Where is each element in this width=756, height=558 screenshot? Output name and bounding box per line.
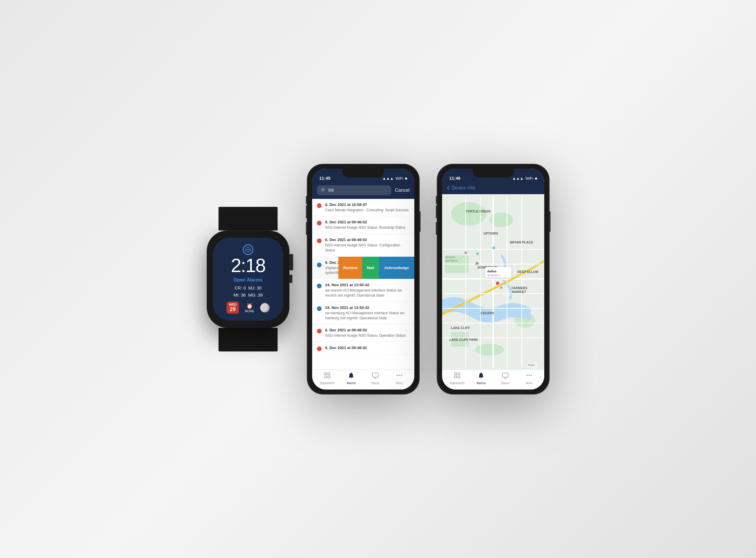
- alarm-time-6: 24. Nov 2021 at 13:50:42: [325, 305, 410, 310]
- iphone-alarms: 11:45 ▲▲▲ WiFi ■ 🔍 Int Cancel: [307, 164, 419, 394]
- map-tab-more[interactable]: More: [517, 372, 542, 385]
- svg-text:DISTRICT: DISTRICT: [445, 259, 458, 262]
- map-tab-status[interactable]: Status: [493, 372, 517, 385]
- alarm-dot-blue-6: [317, 306, 322, 311]
- svg-marker-2: [246, 249, 250, 250]
- svg-point-46: [492, 246, 495, 249]
- status-icons: ▲▲▲ WiFi ■: [383, 176, 407, 181]
- svg-rect-63: [502, 373, 508, 377]
- alarm-dot-blue-5: [317, 284, 322, 288]
- map-tab-status-label: Status: [501, 382, 509, 385]
- compass-icon: [243, 244, 253, 255]
- alarm-desc-7: NSG-Internet Nuage NSG Status: Operation…: [325, 333, 410, 338]
- more-tab-icon: [396, 372, 403, 381]
- tab-alarms[interactable]: Alarms: [339, 372, 364, 385]
- svg-rect-3: [324, 373, 326, 375]
- map-tab-alarms[interactable]: Alarms: [469, 372, 493, 385]
- alarm-time-1: 8. Dec 2021 at 10:58:47: [325, 202, 410, 207]
- alarm-content-3: 6. Dec 2021 at 09:46:02 NSG-Internet Nua…: [325, 237, 410, 253]
- tab-alarms-label: Alarms: [347, 382, 356, 385]
- alarm-item-2[interactable]: 6. Dec 2021 at 09:46:02 NSG-Internet Nua…: [312, 216, 414, 234]
- alarm-content-2: 6. Dec 2021 at 09:46:02 NSG-Internet Nua…: [325, 220, 410, 230]
- mute-switch-2: [436, 196, 437, 204]
- svg-point-12: [401, 375, 402, 376]
- mail-action[interactable]: Mail: [362, 257, 379, 279]
- search-text: Int: [328, 188, 334, 193]
- alarm-item-7[interactable]: 6. Dec 2021 at 09:46:02 NSG-Internet Nua…: [312, 324, 414, 342]
- watch-alarm-text: NONE: [245, 309, 254, 313]
- alarm-desc-2: NSG-Internet Nuage NSG Status: Bootstrap…: [325, 225, 410, 230]
- svg-point-48: [500, 286, 502, 289]
- map-signal-icon: ▲▲▲: [512, 176, 524, 181]
- volume-down-button: [306, 222, 307, 235]
- status-tab-icon: [372, 372, 379, 381]
- watch-body: 2:18 Open Alarms CR: 0 MJ: 30 MI: 36 MG:…: [207, 230, 289, 328]
- volume-up-button-2: [436, 205, 437, 218]
- map-status-time: 11:46: [449, 176, 460, 181]
- alarm-dot-red-8: [317, 347, 322, 351]
- watch-mg: MG: 39: [248, 293, 263, 298]
- svg-text:MARKET: MARKET: [512, 290, 526, 294]
- alarm-item-5[interactable]: 24. Nov 2021 at 13:50:42 sw-munich ACI M…: [312, 279, 414, 302]
- svg-rect-61: [455, 376, 457, 378]
- alarm-content-5: 24. Nov 2021 at 13:50:42 sw-munich ACI M…: [325, 283, 410, 298]
- remind-action[interactable]: Remind: [338, 257, 362, 279]
- wifi-icon: WiFi: [395, 176, 403, 181]
- watch-time: 2:18: [231, 256, 266, 275]
- map-wifi-icon: WiFi: [526, 176, 533, 181]
- tab-status[interactable]: Status: [363, 372, 387, 385]
- svg-point-47: [476, 253, 479, 255]
- search-field[interactable]: 🔍 Int: [317, 185, 391, 195]
- svg-text:Maps: Maps: [528, 363, 535, 366]
- alarm-item-4[interactable]: 6. Dec 2021 at 09:44:22 vSphere-Center V…: [312, 257, 414, 279]
- svg-text:DESIGN: DESIGN: [445, 256, 455, 259]
- svg-text:DEEP ELLUM: DEEP ELLUM: [517, 270, 538, 274]
- svg-point-14: [451, 202, 486, 226]
- watch-day-widget: WED 29: [226, 302, 239, 314]
- svg-rect-62: [458, 376, 460, 378]
- back-label: Device Info: [452, 185, 475, 191]
- alarm-item-3[interactable]: 6. Dec 2021 at 09:46:02 NSG-Internet Nua…: [312, 234, 414, 257]
- side-button: [419, 211, 420, 232]
- svg-text:UPTOWN: UPTOWN: [483, 232, 498, 235]
- svg-rect-7: [372, 373, 378, 377]
- svg-text:CEDARS: CEDARS: [481, 311, 494, 315]
- iphone-alarms-screen: 11:45 ▲▲▲ WiFi ■ 🔍 Int Cancel: [312, 169, 414, 389]
- status-time: 11:45: [319, 176, 331, 181]
- alarm-item-1[interactable]: 8. Dec 2021 at 10:58:47 Cisco Meraki Int…: [312, 199, 414, 217]
- alarm-item-8[interactable]: 6. Dec 2021 at 09:46:02: [312, 342, 414, 355]
- svg-text:dallas: dallas: [487, 270, 496, 273]
- tab-more[interactable]: More: [387, 372, 412, 385]
- alarm-item-6[interactable]: 24. Nov 2021 at 13:50:42 sw-hamburg ACI …: [312, 302, 414, 325]
- map-nav-bar: Device Info: [442, 182, 544, 194]
- watch-top-row: [243, 244, 253, 255]
- alarm-dot-blue-4: [317, 263, 322, 267]
- watch-alarm-widget: ⏰ NONE: [245, 303, 254, 313]
- alarm-desc-3: NSG-Internet Nuage NSG Status: Configura…: [325, 243, 410, 253]
- battery-icon: ■: [405, 176, 407, 181]
- cancel-button[interactable]: Cancel: [395, 188, 410, 193]
- watch-side-button: [289, 275, 292, 283]
- svg-text:LAKE CLIFF: LAKE CLIFF: [451, 326, 470, 330]
- stablenet-tab-icon: [324, 372, 331, 381]
- alarm-dot-red: [317, 203, 322, 208]
- watch-stats: CR: 0 MJ: 30 MI: 36 MG: 39: [233, 284, 263, 299]
- tab-stablenet[interactable]: StableNet®: [315, 372, 339, 385]
- alarm-desc-1: Cisco Meraki Integration - Consulting: S…: [325, 208, 410, 213]
- svg-text:FARMERS: FARMERS: [511, 286, 528, 290]
- volume-up-button: [306, 205, 307, 218]
- watch-alarm-icon: ⏰: [245, 303, 254, 309]
- watch-bottom-row: WED 29 ⏰ NONE: [226, 302, 269, 314]
- svg-point-68: [531, 375, 532, 376]
- acknowledge-action[interactable]: Acknowledge: [379, 257, 414, 279]
- svg-text:🏛: 🏛: [464, 251, 467, 254]
- back-button[interactable]: Device Info: [447, 185, 475, 191]
- map-tab-bar: StableNet® Alarms: [442, 370, 544, 389]
- iphone-map: 11:46 ▲▲▲ WiFi ■ Device Info: [437, 164, 549, 394]
- svg-point-11: [399, 375, 400, 376]
- map-tab-stablenet-label: StableNet®: [449, 382, 465, 385]
- svg-rect-6: [328, 376, 330, 378]
- map-tab-stablenet[interactable]: StableNet®: [445, 372, 469, 385]
- alarm-content-7: 6. Dec 2021 at 09:46:02 NSG-Internet Nua…: [325, 328, 410, 338]
- map-view[interactable]: TURTLE CREEK UPTOWN BRYAN PLACE DEEP ELL…: [442, 194, 544, 370]
